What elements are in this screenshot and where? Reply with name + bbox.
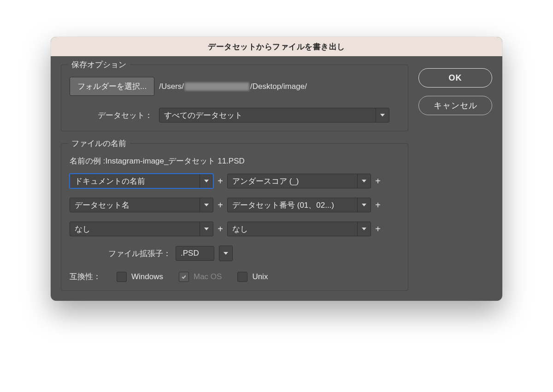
naming-row-3: なし + なし + — [70, 222, 400, 236]
naming-row-2: データセット名 + データセット番号 (01、02...) + — [70, 198, 400, 212]
save-options-group: 保存オプション フォルダーを選択... /Users/ /Desktop/ima… — [61, 64, 408, 131]
compat-windows-label: Windows — [131, 272, 163, 281]
compat-macos-label: Mac OS — [194, 272, 222, 281]
plus-icon: + — [375, 224, 381, 234]
file-naming-group: ファイルの名前 名前の例 :Instagram-image_データセット 11.… — [61, 143, 408, 291]
dataset-select-value: すべてのデータセット — [159, 110, 376, 121]
chevron-down-icon[interactable] — [357, 198, 371, 212]
compat-macos: Mac OS — [179, 272, 222, 282]
extension-label: ファイル拡張子： — [70, 248, 171, 259]
plus-icon: + — [375, 200, 381, 211]
plus-icon: + — [217, 224, 224, 234]
path-prefix: /Users/ — [159, 82, 184, 91]
chevron-down-icon[interactable] — [200, 222, 213, 236]
export-datasets-dialog: データセットからファイルを書き出し 保存オプション フォルダーを選択... /U… — [51, 37, 502, 301]
naming-part-1-right[interactable]: アンダースコア (_) — [227, 174, 371, 188]
file-name-example: 名前の例 :Instagram-image_データセット 11.PSD — [70, 156, 400, 166]
naming-part-2-left[interactable]: データセット名 — [70, 198, 213, 212]
chevron-down-icon[interactable] — [357, 222, 371, 236]
folder-path: /Users/ /Desktop/image/ — [159, 82, 307, 91]
extension-field[interactable]: .PSD — [176, 246, 214, 261]
naming-part-3-left[interactable]: なし — [70, 222, 213, 236]
chevron-down-icon[interactable] — [357, 174, 371, 188]
naming-part-2-right[interactable]: データセット番号 (01、02...) — [227, 198, 371, 212]
naming-row-1: ドキュメントの名前 + アンダースコア (_) + — [70, 174, 400, 188]
plus-icon: + — [375, 176, 381, 187]
plus-icon: + — [217, 176, 224, 187]
compatibility-row: 互換性： Windows Mac OS Unix — [70, 271, 400, 282]
example-label: 名前の例 : — [70, 157, 105, 165]
ok-button[interactable]: OK — [418, 68, 492, 88]
plus-icon: + — [217, 200, 224, 211]
select-folder-button[interactable]: フォルダーを選択... — [70, 77, 154, 96]
dataset-label: データセット： — [70, 110, 153, 121]
dialog-content: 保存オプション フォルダーを選択... /Users/ /Desktop/ima… — [51, 56, 502, 301]
file-naming-title: ファイルの名前 — [68, 138, 130, 149]
extension-dropdown-button[interactable] — [219, 246, 233, 261]
check-icon — [181, 274, 187, 280]
chevron-down-icon[interactable] — [200, 198, 213, 212]
compat-unix: Unix — [237, 272, 268, 282]
path-redacted-username — [185, 82, 249, 91]
compat-unix-checkbox[interactable] — [237, 272, 247, 282]
dialog-title: データセットからファイルを書き出し — [51, 37, 502, 56]
example-value: Instagram-image_データセット 11.PSD — [105, 157, 244, 165]
naming-part-3-right[interactable]: なし — [227, 222, 371, 236]
compatibility-label: 互換性： — [70, 271, 101, 282]
chevron-down-icon[interactable] — [376, 108, 389, 122]
compat-macos-checkbox — [179, 272, 189, 282]
dataset-select[interactable]: すべてのデータセット — [159, 108, 389, 123]
path-suffix: /Desktop/image/ — [250, 82, 307, 91]
compat-windows-checkbox[interactable] — [117, 272, 127, 282]
file-extension-row: ファイル拡張子： .PSD — [70, 246, 400, 261]
chevron-down-icon[interactable] — [200, 174, 213, 188]
chevron-down-icon — [224, 252, 228, 255]
save-options-title: 保存オプション — [68, 59, 130, 70]
compat-unix-label: Unix — [252, 272, 268, 281]
compat-windows: Windows — [117, 272, 163, 282]
naming-part-1-left[interactable]: ドキュメントの名前 — [70, 174, 213, 188]
cancel-button[interactable]: キャンセル — [418, 96, 492, 115]
